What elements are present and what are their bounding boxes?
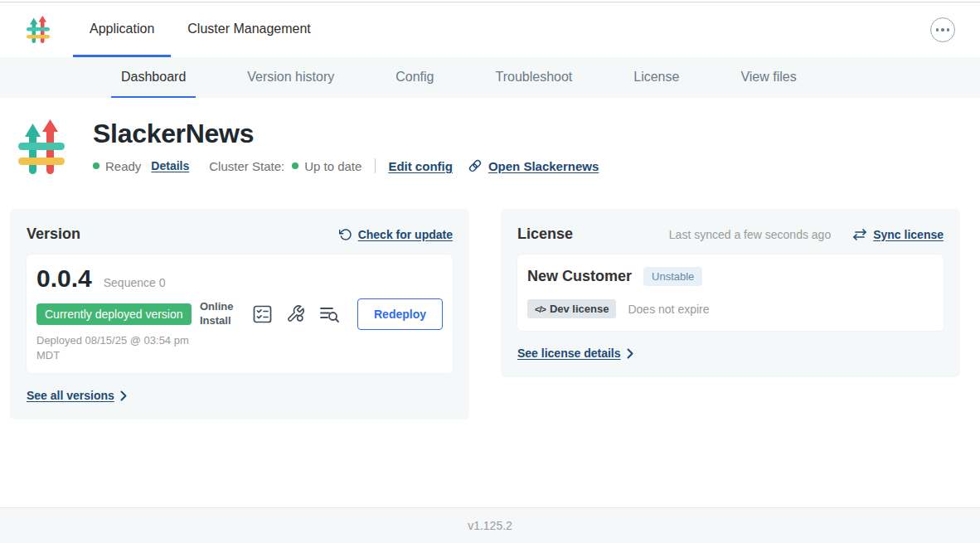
current-version-panel: 0.0.4 Sequence 0 Currently deployed vers… <box>27 255 453 373</box>
chevron-right-icon <box>627 348 633 359</box>
app-header: SlackerNews Ready Details Cluster State:… <box>0 119 980 176</box>
sequence-label: Sequence 0 <box>104 276 166 289</box>
edit-config-link[interactable]: Edit config <box>388 159 453 173</box>
tab-cluster-management[interactable]: Cluster Management <box>171 2 327 57</box>
app-logo-icon <box>27 16 50 44</box>
app-status-dot <box>93 162 99 169</box>
subnav-item-config[interactable]: Config <box>386 57 444 98</box>
customer-name: New Customer <box>527 268 632 285</box>
chevron-right-icon <box>120 390 127 401</box>
dashboard-cards: Version Check for update 0.0.4 Se <box>0 209 980 419</box>
primary-tabs: Application Cluster Management <box>73 2 327 57</box>
deploy-logs-icon[interactable] <box>319 305 340 323</box>
cluster-state-dot <box>292 162 298 169</box>
check-for-update-link[interactable]: Check for update <box>339 228 453 241</box>
sync-icon <box>852 228 867 241</box>
license-panel: New Customer Unstable </> Dev license Do… <box>517 255 944 331</box>
code-icon: </> <box>535 304 546 314</box>
subnav-item-dashboard[interactable]: Dashboard <box>111 57 196 98</box>
console-version: v1.125.2 <box>468 519 512 532</box>
footer: v1.125.2 <box>0 507 980 543</box>
dashboard-main: SlackerNews Ready Details Cluster State:… <box>0 98 980 507</box>
subnav-item-troubleshoot[interactable]: Troubleshoot <box>485 57 582 98</box>
license-card-title: License <box>517 225 573 243</box>
license-card: License Last synced a few seconds ago Sy… <box>501 209 960 377</box>
tab-application[interactable]: Application <box>73 2 171 57</box>
secondary-navigation: Dashboard Version history Config Trouble… <box>0 57 980 98</box>
cluster-state-label: Cluster State: <box>209 159 284 173</box>
release-notes-icon[interactable] <box>253 305 272 323</box>
expiration-label: Does not expire <box>628 303 709 316</box>
divider <box>375 158 376 173</box>
app-status-row: Ready Details Cluster State: Up to date … <box>93 158 599 173</box>
version-card-title: Version <box>27 225 80 243</box>
page-title: SlackerNews <box>93 119 599 148</box>
more-options-button[interactable] <box>930 17 955 42</box>
open-app-link[interactable]: Open Slackernews <box>468 158 599 173</box>
see-all-versions-link[interactable]: See all versions <box>27 389 127 402</box>
slackernews-app-icon <box>18 119 65 176</box>
deployed-badge: Currently deployed version <box>36 303 192 325</box>
subnav-item-license[interactable]: License <box>623 57 689 98</box>
channel-badge: Unstable <box>643 267 702 286</box>
config-values-icon[interactable] <box>286 304 305 323</box>
details-link[interactable]: Details <box>151 159 189 172</box>
app-status-label: Ready <box>105 159 141 173</box>
version-card: Version Check for update 0.0.4 Se <box>10 209 469 419</box>
last-synced-label: Last synced a few seconds ago <box>669 228 831 241</box>
version-number: 0.0.4 <box>36 264 92 293</box>
install-type-label: Online Install <box>200 300 241 328</box>
link-icon <box>468 158 483 173</box>
license-type-badge: </> Dev license <box>527 299 616 318</box>
ellipsis-icon <box>936 28 939 32</box>
sync-license-link[interactable]: Sync license <box>852 228 944 241</box>
deployed-timestamp: Deployed 08/15/25 @ 03:54 pm MDT <box>36 333 198 363</box>
see-license-details-link[interactable]: See license details <box>517 347 633 360</box>
subnav-item-version-history[interactable]: Version history <box>237 57 344 98</box>
cluster-state-value: Up to date <box>304 159 361 173</box>
top-navigation: Application Cluster Management <box>0 2 980 57</box>
subnav-item-view-files[interactable]: View files <box>730 57 806 98</box>
refresh-icon <box>339 228 352 241</box>
redeploy-button[interactable]: Redeploy <box>357 298 443 330</box>
